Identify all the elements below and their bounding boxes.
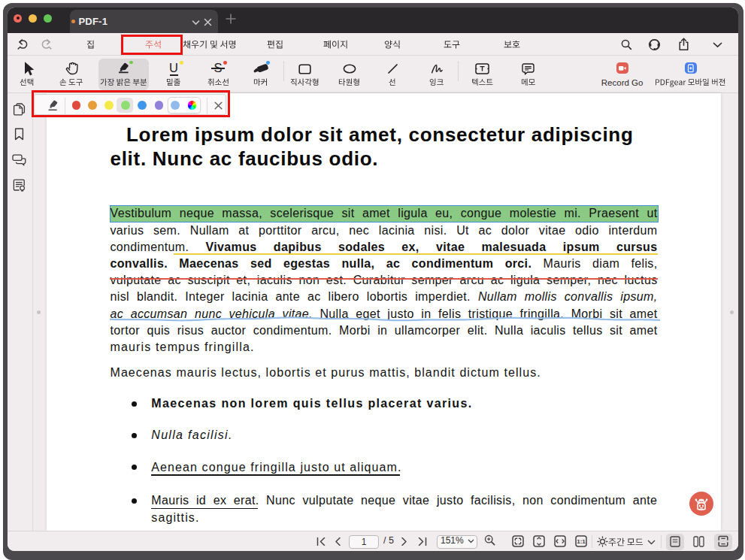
svg-text:1:1: 1:1 [577,538,586,545]
